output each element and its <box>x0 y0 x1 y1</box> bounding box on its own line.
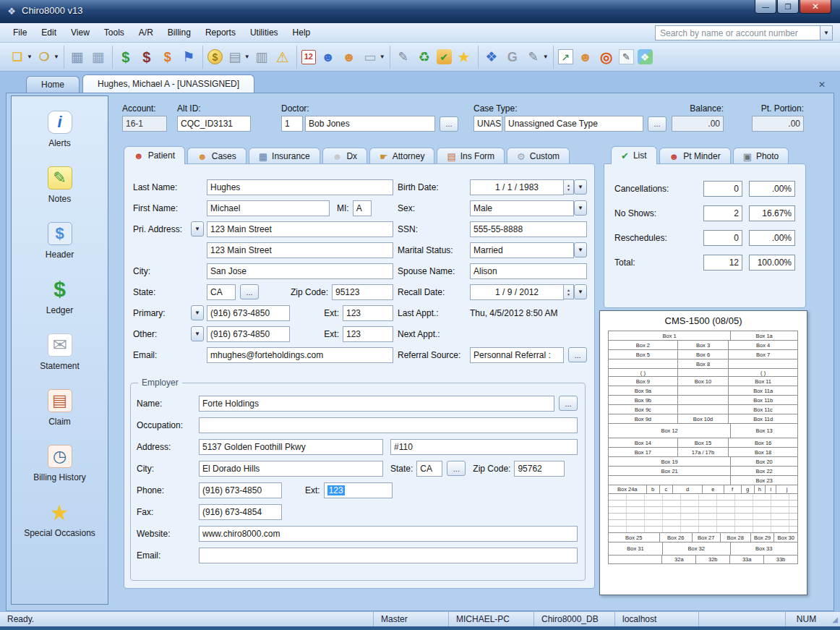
toolbar-button[interactable]: ◎ <box>597 48 617 67</box>
toolbar-button[interactable]: $ <box>137 48 157 67</box>
menu-item[interactable]: A/R <box>132 25 160 41</box>
subtab[interactable]: ☻ Patient <box>124 146 185 164</box>
state-lookup-button[interactable]: ... <box>240 284 259 299</box>
toolbar-button[interactable]: ▤▼ <box>226 48 251 67</box>
employer-fax-field[interactable]: (916) 673-4854 <box>199 504 282 520</box>
subtab[interactable]: ▤ Ins Form <box>437 148 505 164</box>
employer-phone-field[interactable]: (916) 673-4850 <box>199 482 282 498</box>
primary-phone-dropdown[interactable]: ▼ <box>191 305 204 320</box>
employer-ext-field[interactable]: 123 <box>324 482 393 498</box>
spouse-name-field[interactable]: Alison <box>470 263 587 279</box>
recall-date-spinner[interactable]: ▲▼ <box>564 284 574 299</box>
toolbar-button[interactable]: ❍▼ <box>35 48 60 67</box>
toolbar-button[interactable]: G <box>503 48 523 67</box>
city-field[interactable]: San Jose <box>207 263 393 279</box>
right-tab[interactable]: ✔ List <box>611 146 657 164</box>
employer-address-field[interactable]: 5137 Golden Foothill Pkwy <box>199 439 383 455</box>
right-tab[interactable]: ▣ Photo <box>733 148 789 164</box>
menu-item[interactable]: Edit <box>34 25 64 41</box>
employer-name-field[interactable]: Forte Holdings <box>199 396 554 412</box>
employer-state-lookup-button[interactable]: ... <box>447 461 466 476</box>
tab-close-icon[interactable]: ✕ <box>815 78 828 91</box>
other-phone-field[interactable]: (916) 673-4850 <box>207 326 290 342</box>
sidebar-item[interactable]: ◷ Billing History <box>17 445 103 482</box>
employer-city-field[interactable]: El Dorado Hills <box>199 461 383 477</box>
menu-item[interactable]: File <box>6 25 34 41</box>
other-ext-field[interactable]: 123 <box>343 326 393 342</box>
referral-lookup-button[interactable]: ... <box>568 347 587 362</box>
sidebar-item[interactable]: $ Header <box>17 222 103 260</box>
toolbar-button[interactable]: ⚑ <box>179 48 199 67</box>
address-type-dropdown[interactable]: ▼ <box>191 221 204 237</box>
occupation-field[interactable] <box>199 417 578 433</box>
menu-item[interactable]: Utilities <box>243 25 286 41</box>
first-name-field[interactable]: Michael <box>207 200 330 216</box>
casetype-name-field[interactable]: Unassigned Case Type <box>505 116 643 132</box>
employer-lookup-button[interactable]: ... <box>559 396 578 411</box>
birth-date-field[interactable]: 1 / 1 / 1983 <box>470 179 564 195</box>
maximize-button[interactable]: ❐ <box>777 0 799 14</box>
toolbar-button[interactable]: $ <box>207 48 224 65</box>
sidebar-item[interactable]: $ Ledger <box>17 278 103 315</box>
right-tab[interactable]: ☻ Pt Minder <box>659 148 731 164</box>
menu-item[interactable]: Reports <box>198 25 243 41</box>
toolbar-button[interactable]: ★ <box>455 48 474 67</box>
toolbar-button[interactable]: ☻ <box>319 48 338 67</box>
employer-website-field[interactable]: www.chiro8000.com <box>199 526 578 542</box>
toolbar-button[interactable]: ▭▼ <box>361 48 386 67</box>
subtab[interactable]: ☻ Cases <box>187 148 247 164</box>
search-dropdown-button[interactable]: ▼ <box>820 25 833 41</box>
address2-field[interactable]: 123 Main Street <box>207 242 393 258</box>
toolbar-button[interactable]: ☻ <box>340 48 359 67</box>
dropdown-arrow-icon[interactable]: ▼ <box>380 54 385 60</box>
altid-field[interactable]: CQC_ID3131 <box>177 116 251 132</box>
address1-field[interactable]: 123 Main Street <box>207 221 393 237</box>
search-input[interactable] <box>655 25 820 41</box>
other-phone-dropdown[interactable]: ▼ <box>191 326 204 341</box>
sex-dropdown[interactable]: ▼ <box>574 200 587 216</box>
recall-date-dropdown[interactable]: ▼ <box>574 284 587 299</box>
sidebar-item[interactable]: i Alerts <box>17 111 103 148</box>
toolbar-button[interactable]: ❏▼ <box>8 48 33 67</box>
toolbar-button[interactable]: ☻ <box>576 48 596 67</box>
marital-status-dropdown[interactable]: ▼ <box>574 242 587 257</box>
primary-phone-field[interactable]: (916) 673-4850 <box>207 305 290 321</box>
subtab[interactable]: ⚙ Custom <box>507 148 570 164</box>
mi-field[interactable]: A <box>353 200 372 216</box>
menu-item[interactable]: Tools <box>97 25 132 41</box>
subtab[interactable]: ▦ Insurance <box>249 148 320 164</box>
dropdown-arrow-icon[interactable]: ▼ <box>53 54 59 60</box>
toolbar-button[interactable]: ♻ <box>415 48 434 67</box>
resize-grip[interactable]: ◢ <box>827 616 840 623</box>
casetype-lookup-button[interactable]: ... <box>648 116 667 132</box>
employer-state-field[interactable]: CA <box>416 461 442 477</box>
casetype-code-field[interactable]: UNAS <box>473 116 502 132</box>
sidebar-item[interactable]: ▤ Claim <box>17 389 103 427</box>
toolbar-button[interactable]: ▥ <box>252 48 272 67</box>
menu-item[interactable]: Billing <box>160 25 198 41</box>
primary-ext-field[interactable]: 123 <box>343 305 393 321</box>
sidebar-item[interactable]: ✉ Statement <box>17 333 103 371</box>
subtab[interactable]: ☻ Dx <box>322 148 367 164</box>
menu-item[interactable]: View <box>64 25 97 41</box>
toolbar-button[interactable]: ❖ <box>482 48 502 67</box>
dropdown-arrow-icon[interactable]: ▼ <box>27 54 33 60</box>
toolbar-button[interactable]: ✎ <box>394 48 413 67</box>
minimize-button[interactable]: — <box>755 0 776 14</box>
subtab[interactable]: ☛ Attorney <box>369 148 434 164</box>
employer-zip-field[interactable]: 95762 <box>514 461 565 477</box>
sidebar-item[interactable]: ✎ Notes <box>17 166 103 204</box>
zip-field[interactable]: 95123 <box>332 284 393 300</box>
last-name-field[interactable]: Hughes <box>207 179 393 195</box>
doctor-lookup-button[interactable]: ... <box>440 116 458 132</box>
sidebar-item[interactable]: ★ Special Occasions <box>17 501 103 538</box>
toolbar-button[interactable]: ▦ <box>68 48 87 67</box>
toolbar-button[interactable]: $ <box>116 48 136 67</box>
toolbar-button[interactable]: $ <box>158 48 178 67</box>
marital-status-select[interactable]: Married <box>470 242 574 258</box>
birth-date-dropdown[interactable]: ▼ <box>574 179 587 195</box>
toolbar-button[interactable]: ↗ <box>557 48 575 65</box>
toolbar-button[interactable]: ✎ <box>618 48 635 65</box>
document-tab[interactable]: Hughes, Michael A - [UNASSIGNED] <box>82 75 254 93</box>
toolbar-button[interactable]: ✎▼ <box>524 48 549 67</box>
